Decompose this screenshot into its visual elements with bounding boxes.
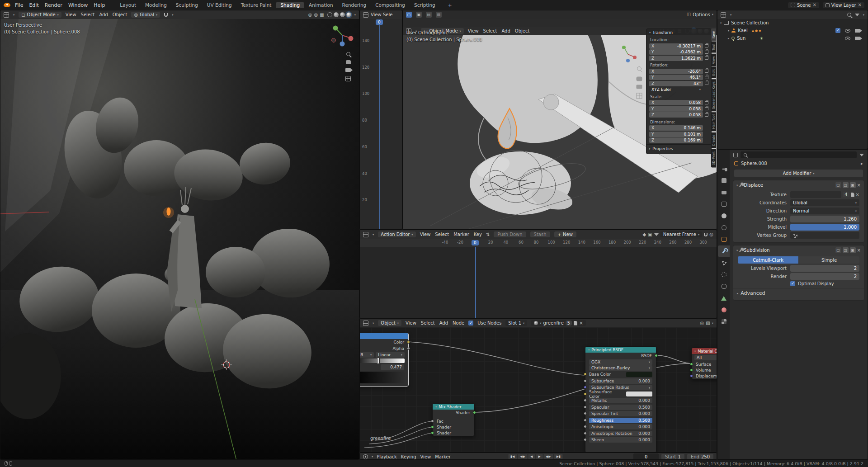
add-modifier-button[interactable]: Add Modifier▾ — [734, 170, 863, 177]
dope-menu-item[interactable]: Marker — [453, 232, 469, 237]
filter-icon[interactable] — [654, 233, 659, 236]
snap-icon[interactable] — [164, 13, 168, 17]
input-socket[interactable] — [584, 399, 587, 402]
input-socket[interactable] — [584, 419, 587, 422]
tab-texture[interactable] — [718, 316, 730, 327]
timeline-menu-item[interactable]: View — [420, 454, 431, 459]
tab-world[interactable] — [718, 222, 730, 233]
realtime-toggle-icon[interactable]: ◳ — [843, 182, 849, 188]
principled-input-row[interactable]: Subsurface0.000 — [585, 378, 656, 385]
workspace-tab[interactable]: Shading — [276, 2, 304, 8]
xray-toggle-icon[interactable]: ▦ — [320, 13, 324, 17]
viewport-menu-item[interactable]: Add — [501, 28, 510, 33]
lock-icon[interactable] — [705, 70, 708, 73]
zoom-region-icon[interactable]: ▧ — [706, 321, 710, 325]
outliner-filter-icon[interactable] — [855, 14, 859, 16]
timeline-editor-icon[interactable] — [363, 454, 368, 459]
realtime-toggle-icon[interactable]: ◳ — [843, 247, 849, 253]
shader-menu-item[interactable]: Select — [421, 321, 435, 325]
workspace-tab[interactable]: Layout — [116, 2, 140, 8]
dimension-field[interactable]: Z0.169 m — [649, 137, 703, 143]
camera-view-icon[interactable] — [345, 68, 351, 72]
input-socket[interactable] — [584, 379, 587, 382]
shader-menu-item[interactable]: Add — [439, 321, 448, 325]
n-panel-tab[interactable]: View — [711, 54, 716, 66]
tab-view-layer[interactable] — [718, 198, 730, 210]
midlevel-slider[interactable]: 1.000 — [790, 224, 859, 231]
shader-menu-item[interactable]: Node — [453, 321, 464, 325]
texture-users-count[interactable]: 4 — [843, 192, 849, 197]
workspace-tab[interactable]: Sculpting — [172, 2, 202, 8]
advanced-section-label[interactable]: Advanced — [741, 290, 765, 296]
editor-type-icon[interactable] — [363, 321, 368, 326]
new-action-button[interactable]: +New — [554, 231, 576, 237]
outliner-search-icon[interactable] — [847, 13, 851, 17]
use-nodes-checkbox[interactable]: ✓ — [468, 321, 473, 325]
snap-icon[interactable] — [704, 233, 708, 236]
graph-current-frame[interactable]: 0 — [376, 19, 383, 25]
zoom-tool-icon[interactable] — [346, 52, 350, 56]
viewport-menu-item[interactable]: Object — [515, 28, 530, 33]
edit-mode-toggle-icon[interactable]: ▢ — [835, 182, 841, 188]
properties-panel-title[interactable]: Properties — [652, 146, 673, 151]
properties-filter-icon[interactable] — [859, 154, 864, 156]
rotation-order-dropdown[interactable]: XYZ Euler▾ — [649, 87, 703, 92]
vertex-group-field[interactable] — [790, 232, 859, 239]
principled-input-row[interactable]: Specular Tint0.000 — [585, 410, 656, 417]
orientation-dropdown[interactable]: ◍Global▾ — [131, 12, 160, 18]
shading-rendered-icon[interactable] — [346, 12, 351, 17]
socket-alpha-out[interactable] — [407, 347, 410, 350]
principled-input-row[interactable]: Anisotropic0.000 — [585, 424, 656, 430]
socket-shader2-in[interactable] — [431, 431, 434, 434]
navigation-gizmo[interactable] — [330, 23, 354, 47]
close-modifier-icon[interactable]: × — [857, 248, 861, 253]
location-field[interactable]: Z1.3622 m — [649, 56, 703, 61]
principled-input-row[interactable]: Sheen0.000 — [585, 437, 656, 443]
outliner-row-kael[interactable]: ▾ Kael ▲●◆ ✓ — [717, 27, 868, 34]
expand-icon[interactable]: ▾ — [736, 184, 738, 187]
socket-shader-out[interactable] — [473, 411, 476, 414]
ramp-pos-field[interactable]: 0.477 — [381, 364, 404, 370]
catmull-clark-button[interactable]: Catmull-Clark — [738, 256, 798, 264]
n-panel-tab[interactable]: Create — [711, 132, 716, 148]
modifier-header[interactable]: ▾ Displace ▢ ◳ ▣ × — [733, 180, 864, 190]
node-output-header[interactable]: ▾Material Output — [692, 348, 717, 354]
tool-icon[interactable]: ▥ — [436, 12, 442, 18]
n-panel-tab[interactable]: Item — [711, 28, 716, 41]
hide-viewport-icon[interactable] — [845, 29, 850, 33]
new-material-icon[interactable] — [574, 321, 577, 325]
topbar-menu-item[interactable]: File — [15, 2, 23, 8]
dope-menu-item[interactable]: Key — [474, 232, 482, 237]
strength-field[interactable]: 1.260 — [790, 216, 859, 222]
stash-button[interactable]: Stash — [530, 231, 550, 237]
filter-toggle-icon[interactable]: ⇅ — [486, 232, 490, 237]
disclosure-icon[interactable]: ▸ — [728, 37, 729, 40]
rotation-field[interactable]: Z43° — [649, 81, 703, 86]
node-mix-shader[interactable]: ▾Mix Shader Shader Fac Shader Shader — [432, 403, 475, 436]
topbar-menu-item[interactable]: Render — [45, 2, 62, 8]
graph-playhead-line[interactable] — [379, 25, 380, 230]
editor-type-icon[interactable] — [721, 12, 726, 18]
dope-mode-dropdown[interactable]: Action Editor▾ — [378, 231, 415, 237]
workspace-tab[interactable]: UV Editing — [203, 2, 236, 8]
tab-physics[interactable] — [718, 269, 730, 280]
topbar-menu-item[interactable]: Help — [94, 2, 105, 8]
expand-icon[interactable]: ▾ — [736, 249, 738, 252]
principled-input-row[interactable]: Specular0.500 — [585, 404, 656, 411]
simple-button[interactable]: Simple — [799, 256, 859, 264]
current-frame-field[interactable]: 0 — [633, 453, 659, 460]
input-socket[interactable] — [584, 373, 587, 376]
transform-panel-title[interactable]: Transform — [652, 30, 673, 35]
distribution-dropdown[interactable]: GGX▾ — [589, 359, 652, 365]
lock-icon[interactable] — [705, 107, 708, 110]
input-socket[interactable] — [584, 386, 587, 389]
location-field[interactable]: Y-0.4562 m — [649, 49, 703, 55]
topbar-menu-item[interactable]: Edit — [29, 2, 38, 8]
color-ramp-gradient[interactable] — [359, 359, 405, 363]
end-frame-field[interactable]: End250 — [687, 454, 713, 460]
location-field[interactable]: X-0.38217 m — [649, 43, 703, 49]
modifier-name[interactable]: Subdivision — [744, 248, 769, 253]
texture-datablock-field[interactable] — [790, 191, 841, 198]
current-frame-badge[interactable]: 0 — [472, 240, 479, 245]
snap-frame-dropdown[interactable]: Nearest Frame▾ — [660, 231, 703, 237]
